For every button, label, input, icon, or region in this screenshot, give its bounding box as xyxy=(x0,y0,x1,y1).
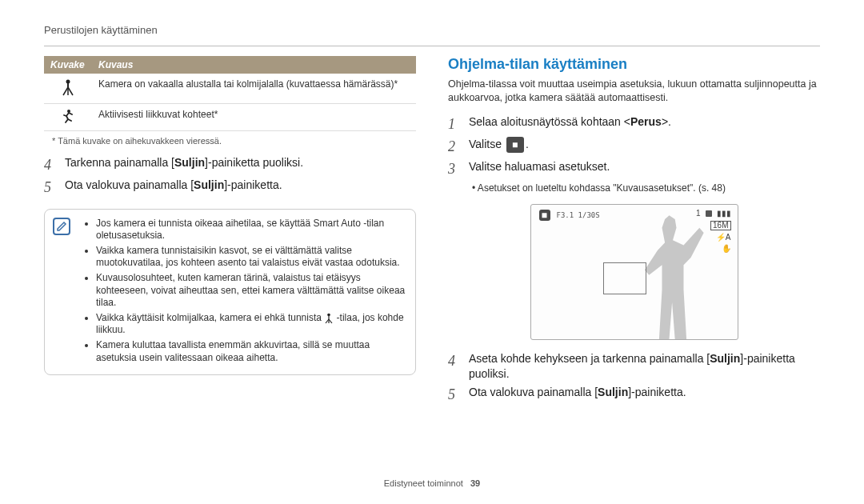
note-item: Kuvausolosuhteet, kuten kameran tärinä, … xyxy=(96,272,406,310)
breadcrumb: Perustilojen käyttäminen xyxy=(44,24,820,36)
stabilizer-icon: ✋ xyxy=(722,245,731,253)
running-person-icon xyxy=(44,104,92,131)
section-intro: Ohjelma-tilassa voit muuttaa useimpia as… xyxy=(448,78,820,105)
flash-auto-icon: ⚡A xyxy=(716,234,731,242)
note-item: Vaikka käyttäisit kolmijalkaa, kamera ei… xyxy=(96,312,406,337)
step-3-subnote: • Asetukset on lueteltu kohdassa "Kuvaus… xyxy=(472,182,820,195)
step-number: 5 xyxy=(44,178,57,197)
table-footnote: * Tämä kuvake on aihekuvakkeen vieressä. xyxy=(52,136,416,146)
step-text: Aseta kohde kehykseen ja tarkenna painam… xyxy=(469,351,820,382)
step-text: Ota valokuva painamalla [Suljin]-painike… xyxy=(65,178,282,193)
tripod-icon xyxy=(44,74,92,104)
note-item: Jos kamera ei tunnista oikeaa aihetilaa,… xyxy=(96,218,406,242)
right-step-4: 4 Aseta kohde kehykseen ja tarkenna pain… xyxy=(448,351,820,382)
svg-rect-1 xyxy=(67,83,69,87)
note-item: Vaikka kamera tunnistaisikin kasvot, se … xyxy=(96,245,406,270)
battery-icon: ▮▮▮ xyxy=(717,210,731,218)
mode-program-icon xyxy=(506,137,524,153)
shot-count: 1 xyxy=(696,210,701,218)
step-number: 5 xyxy=(448,385,461,404)
right-step-5: 5 Ota valokuva painamalla [Suljin]-paini… xyxy=(448,385,820,404)
th-icon: Kuvake xyxy=(44,56,92,74)
divider xyxy=(44,46,820,46)
camera-screen-illustration: F3.1 1/30S 1 ▮▮▮ 16M ⚡A ✋ xyxy=(530,204,738,340)
step-text: Valitse . xyxy=(469,137,529,153)
right-step-2: 2 Valitse . xyxy=(448,137,820,156)
footer-section: Edistyneet toiminnot xyxy=(384,478,463,488)
mode-icon-mini xyxy=(539,210,550,221)
svg-point-6 xyxy=(327,313,330,316)
svg-point-0 xyxy=(66,80,70,84)
resolution-icon: 16M xyxy=(710,221,730,230)
step-number: 4 xyxy=(44,155,57,174)
info-note-box: Jos kamera ei tunnista oikeaa aihetilaa,… xyxy=(44,209,416,376)
right-column: Ohjelma-tilan käyttäminen Ohjelma-tilass… xyxy=(448,56,820,472)
row1-desc: Kamera on vakaalla alustalla tai kolmija… xyxy=(92,74,416,104)
page-number: 39 xyxy=(470,478,480,488)
tripod-inline-icon xyxy=(324,313,334,324)
table-row: Aktiivisesti liikkuvat kohteet* xyxy=(44,104,416,131)
note-item: Kamera kuluttaa tavallista enemmän akkuv… xyxy=(96,339,406,364)
left-column: Kuvake Kuvaus Kamera on vakaalla alustal… xyxy=(44,56,416,472)
left-step-5: 5 Ota valokuva painamalla [Suljin]-paini… xyxy=(44,178,416,197)
svg-line-8 xyxy=(326,319,329,323)
step-text: Selaa aloitusnäytössä kohtaan <Perus>. xyxy=(469,114,671,130)
step-text: Ota valokuva painamalla [Suljin]-painike… xyxy=(469,385,686,400)
svg-line-3 xyxy=(68,87,73,95)
left-step-4: 4 Tarkenna painamalla [Suljin]-painikett… xyxy=(44,155,416,174)
page-footer: Edistyneet toiminnot 39 xyxy=(44,472,820,488)
focus-frame xyxy=(603,262,646,294)
row2-desc: Aktiivisesti liikkuvat kohteet* xyxy=(92,104,416,131)
svg-line-2 xyxy=(63,87,68,95)
step-number: 2 xyxy=(448,137,461,156)
svg-line-9 xyxy=(329,319,332,323)
th-desc: Kuvaus xyxy=(92,56,416,74)
icon-table: Kuvake Kuvaus Kamera on vakaalla alustal… xyxy=(44,56,416,131)
step-text: Tarkenna painamalla [Suljin]-painiketta … xyxy=(65,155,303,170)
step-text: Valitse haluamasi asetukset. xyxy=(469,159,610,174)
card-icon xyxy=(706,210,712,217)
step-number: 3 xyxy=(448,159,461,178)
exposure-readout: F3.1 1/30S xyxy=(557,211,600,219)
right-step-3: 3 Valitse haluamasi asetukset. xyxy=(448,159,820,178)
step-number: 4 xyxy=(448,351,461,370)
note-icon xyxy=(53,218,70,235)
table-row: Kamera on vakaalla alustalla tai kolmija… xyxy=(44,74,416,104)
step-number: 1 xyxy=(448,114,461,134)
section-heading: Ohjelma-tilan käyttäminen xyxy=(448,56,820,73)
right-step-1: 1 Selaa aloitusnäytössä kohtaan <Perus>. xyxy=(448,114,820,134)
